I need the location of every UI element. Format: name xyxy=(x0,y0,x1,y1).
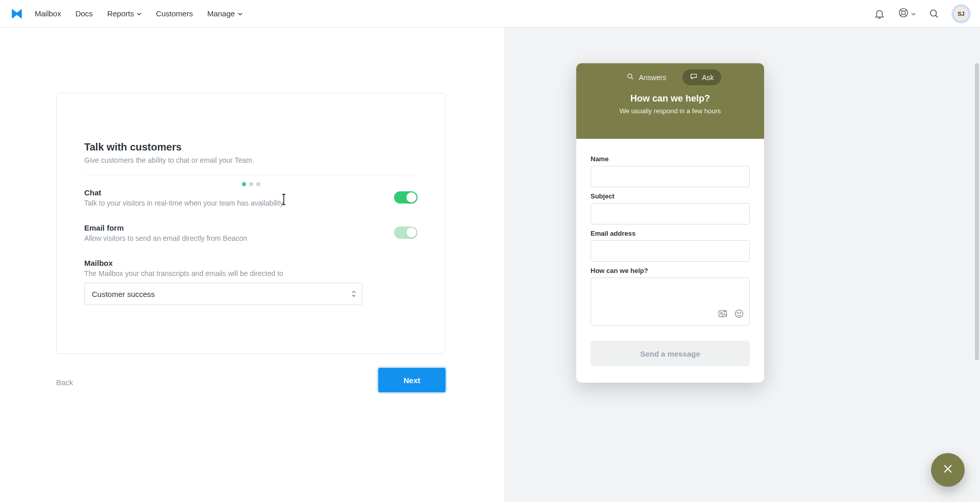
svg-point-3 xyxy=(628,74,632,78)
emoji-icon[interactable] xyxy=(734,309,744,321)
search-icon xyxy=(626,72,634,82)
email-form-option-desc: Allow visitors to send an email directly… xyxy=(84,234,247,242)
attach-image-icon[interactable] xyxy=(718,309,728,321)
card-title: Talk with customers xyxy=(84,141,418,153)
nav-link-reports[interactable]: Reports xyxy=(107,9,142,18)
chat-bubble-icon xyxy=(690,72,698,82)
help-menu[interactable] xyxy=(898,7,916,20)
next-button[interactable]: Next xyxy=(378,368,446,392)
caret-down-icon xyxy=(911,9,916,18)
preview-tab-answers-label: Answers xyxy=(639,73,666,82)
nav-link-reports-label: Reports xyxy=(107,9,134,18)
preview-pane: Answers Ask How can we help? We usually … xyxy=(504,28,980,502)
divider xyxy=(84,174,418,175)
preview-subject-input[interactable] xyxy=(591,203,750,224)
notifications-icon[interactable] xyxy=(872,7,887,21)
life-ring-icon xyxy=(898,7,909,20)
chat-option-desc: Talk to your visitors in real-time when … xyxy=(84,199,284,207)
preview-subtitle: We usually respond in a few hours xyxy=(576,107,764,115)
nav-link-docs[interactable]: Docs xyxy=(76,9,93,18)
preview-tab-answers[interactable]: Answers xyxy=(619,69,673,85)
preview-name-label: Name xyxy=(591,155,750,163)
preview-subject-label: Subject xyxy=(591,192,750,200)
text-cursor-icon xyxy=(280,194,287,207)
chat-option-label: Chat xyxy=(84,188,284,197)
svg-point-2 xyxy=(930,10,937,16)
nav-link-manage[interactable]: Manage xyxy=(207,9,242,18)
mailbox-select-value: Customer success xyxy=(92,290,155,298)
preview-tab-ask[interactable]: Ask xyxy=(682,69,721,85)
preview-send-button[interactable]: Send a message xyxy=(591,341,750,366)
close-icon xyxy=(942,463,954,477)
caret-down-icon xyxy=(137,9,141,18)
step-indicator xyxy=(242,182,260,186)
svg-point-6 xyxy=(736,310,743,318)
config-pane: Talk with customers Give customers the a… xyxy=(0,28,504,502)
email-form-option-label: Email form xyxy=(84,223,247,232)
preview-help-label: How can we help? xyxy=(591,267,750,274)
config-card: Talk with customers Give customers the a… xyxy=(56,93,446,354)
top-nav: Mailbox Docs Reports Customers Manage SJ xyxy=(0,0,980,28)
preview-title: How can we help? xyxy=(576,93,764,104)
svg-point-5 xyxy=(721,313,722,314)
svg-point-7 xyxy=(738,313,739,314)
select-sort-icon xyxy=(352,291,356,297)
preview-scrollbar[interactable] xyxy=(975,63,979,383)
preview-email-input[interactable] xyxy=(591,240,750,262)
card-subtitle: Give customers the ability to chat or em… xyxy=(84,156,418,164)
svg-point-1 xyxy=(901,11,905,14)
search-icon[interactable] xyxy=(927,7,941,21)
nav-link-customers[interactable]: Customers xyxy=(156,9,193,18)
mailbox-option-label: Mailbox xyxy=(84,259,418,267)
avatar[interactable]: SJ xyxy=(952,5,970,22)
nav-link-manage-label: Manage xyxy=(207,9,235,18)
chat-toggle[interactable] xyxy=(394,191,418,204)
mailbox-option-desc: The Mailbox your chat transcripts and em… xyxy=(84,269,418,278)
preview-email-label: Email address xyxy=(591,230,750,237)
preview-tab-ask-label: Ask xyxy=(702,73,714,82)
back-link[interactable]: Back xyxy=(56,378,73,387)
nav-link-mailbox[interactable]: Mailbox xyxy=(35,9,61,18)
email-form-toggle[interactable] xyxy=(394,227,418,239)
mailbox-select[interactable]: Customer success xyxy=(84,283,362,305)
preview-name-input[interactable] xyxy=(591,166,750,187)
beacon-preview: Answers Ask How can we help? We usually … xyxy=(576,63,764,383)
product-logo-icon xyxy=(10,7,23,20)
svg-point-8 xyxy=(740,313,741,314)
caret-down-icon xyxy=(238,9,242,18)
preview-help-textarea[interactable] xyxy=(591,278,750,325)
beacon-close-fab[interactable] xyxy=(931,453,965,487)
